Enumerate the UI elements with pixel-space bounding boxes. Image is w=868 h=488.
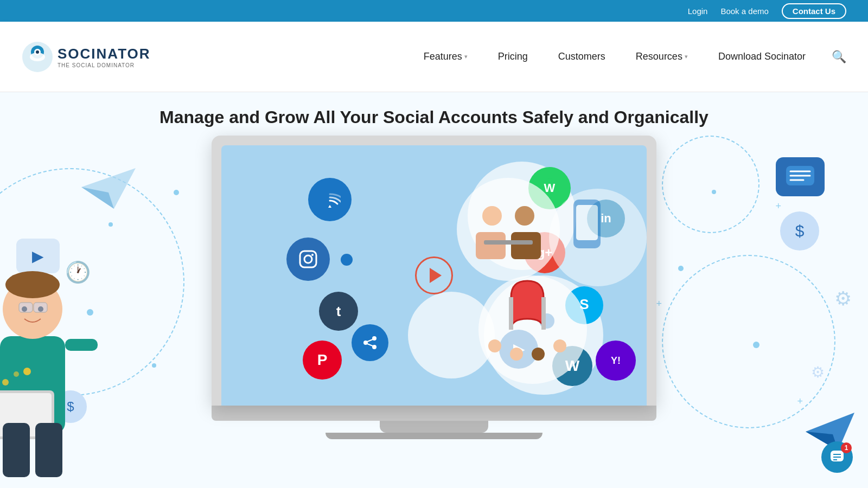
nav-link-download[interactable]: Download Socinator xyxy=(703,51,821,62)
paper-plane-icon xyxy=(76,163,141,214)
wifi-icon xyxy=(308,178,352,221)
svg-point-24 xyxy=(482,206,502,226)
svg-point-32 xyxy=(510,348,523,361)
nav-item-pricing[interactable]: Pricing xyxy=(483,51,543,62)
nav-item-features[interactable]: Features ▾ xyxy=(409,51,483,62)
deco-dot xyxy=(753,342,760,348)
laptop-display: W g+ t in S P ▶ W Y! xyxy=(221,145,647,406)
phone-illustration xyxy=(549,189,647,286)
yahoo-icon: Y! xyxy=(596,341,636,381)
magnet-illustration xyxy=(478,275,587,384)
chat-notification-badge: 1 xyxy=(841,442,852,453)
svg-point-49 xyxy=(14,371,19,377)
nav-links: Features ▾ Pricing Customers Resources ▾… xyxy=(409,51,821,62)
gear-icon: ⚙ xyxy=(834,287,852,310)
svg-line-23 xyxy=(367,344,373,346)
svg-point-16 xyxy=(304,255,312,263)
main-nav: SOCINATOR THE SOCIAL DOMINATOR Features … xyxy=(0,22,868,92)
laptop-foot xyxy=(326,433,542,439)
deco-circle xyxy=(662,255,835,428)
nav-item-resources[interactable]: Resources ▾ xyxy=(621,51,703,62)
deco-plus: + xyxy=(797,396,803,407)
nav-link-resources[interactable]: Resources ▾ xyxy=(621,51,703,62)
deco-dot xyxy=(108,222,113,227)
nav-link-customers[interactable]: Customers xyxy=(543,51,621,62)
svg-rect-26 xyxy=(476,232,506,259)
video-play-button[interactable] xyxy=(415,256,453,294)
deco-plus: + xyxy=(656,298,662,310)
logo[interactable]: SOCINATOR THE SOCIAL DOMINATOR xyxy=(22,41,151,73)
contact-us-button[interactable]: Contact Us xyxy=(782,3,846,19)
logo-name: SOCINATOR xyxy=(58,46,151,62)
top-bar: Login Book a demo Contact Us xyxy=(0,0,868,22)
svg-rect-28 xyxy=(484,240,533,245)
share-icon xyxy=(352,324,388,361)
svg-point-33 xyxy=(532,348,545,361)
login-link[interactable]: Login xyxy=(688,7,708,16)
chevron-down-icon: ▾ xyxy=(685,53,688,60)
logo-text: SOCINATOR THE SOCIAL DOMINATOR xyxy=(58,46,151,68)
svg-rect-45 xyxy=(35,423,62,477)
pinterest-icon: P xyxy=(303,341,342,380)
svg-rect-46 xyxy=(19,303,33,312)
svg-point-31 xyxy=(488,339,501,352)
meeting-illustration xyxy=(457,178,560,281)
svg-point-50 xyxy=(23,368,31,375)
svg-point-37 xyxy=(5,271,60,298)
person-illustration xyxy=(0,239,108,488)
nav-item-customers[interactable]: Customers xyxy=(543,51,621,62)
book-demo-link[interactable]: Book a demo xyxy=(720,7,768,16)
svg-point-34 xyxy=(553,339,566,352)
svg-point-17 xyxy=(311,254,314,256)
hero-section: + + + + + Manage and Grow All Your Socia… xyxy=(0,92,868,488)
deco-dot xyxy=(341,254,353,266)
nav-item-download[interactable]: Download Socinator xyxy=(703,51,821,62)
svg-rect-27 xyxy=(511,232,541,259)
gear-icon: ⚙ xyxy=(811,363,825,381)
nav-link-pricing[interactable]: Pricing xyxy=(483,51,543,62)
svg-line-22 xyxy=(367,339,373,342)
svg-point-25 xyxy=(515,206,534,226)
deco-dot xyxy=(152,363,156,368)
svg-rect-41 xyxy=(65,339,98,351)
chat-widget[interactable]: 1 xyxy=(821,441,853,473)
logo-icon xyxy=(22,41,53,73)
laptop-stand xyxy=(380,421,488,433)
hero-title: Manage and Grow All Your Social Accounts… xyxy=(0,92,868,127)
laptop-illustration: W g+ t in S P ▶ W Y! xyxy=(212,136,656,439)
svg-point-48 xyxy=(2,379,9,386)
svg-rect-30 xyxy=(576,205,598,240)
instagram-icon xyxy=(286,237,330,281)
laptop-screen: W g+ t in S P ▶ W Y! xyxy=(212,136,656,406)
deco-circle xyxy=(662,136,760,233)
deco-dot xyxy=(678,266,684,271)
svg-rect-47 xyxy=(34,303,47,312)
laptop-base xyxy=(212,406,656,421)
search-icon[interactable]: 🔍 xyxy=(832,50,846,64)
chevron-down-icon: ▾ xyxy=(464,53,468,60)
deco-dot xyxy=(712,190,716,194)
svg-point-4 xyxy=(36,50,39,54)
logo-tagline: THE SOCIAL DOMINATOR xyxy=(58,62,151,68)
deco-plus: + xyxy=(775,201,781,212)
nav-link-features[interactable]: Features ▾ xyxy=(409,51,483,62)
dollar-bubble-icon: $ xyxy=(780,211,819,251)
svg-rect-44 xyxy=(3,423,30,477)
svg-rect-15 xyxy=(300,251,316,267)
tumblr-icon: t xyxy=(319,292,358,331)
chat-bubble-icon xyxy=(776,157,825,196)
deco-dot xyxy=(174,190,179,195)
